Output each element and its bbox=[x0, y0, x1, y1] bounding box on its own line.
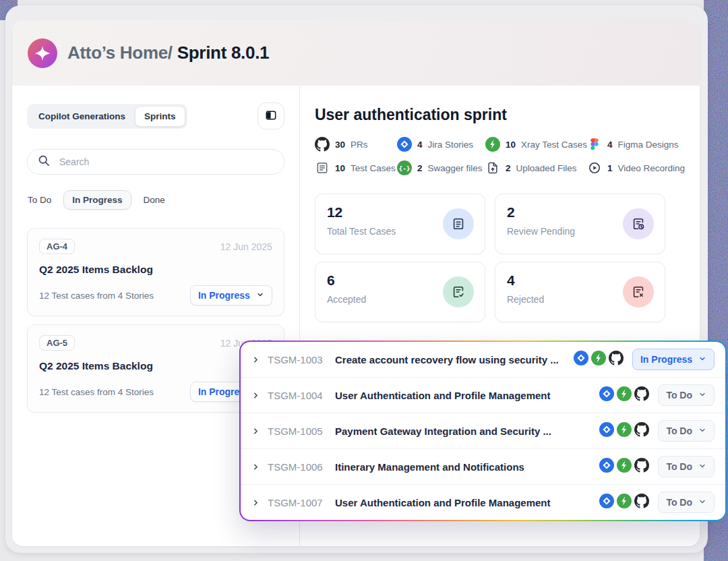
github-icon bbox=[634, 458, 649, 475]
view-switcher: Copilot Generations Sprints bbox=[27, 104, 187, 129]
sprint-card[interactable]: AG-4 12 Jun 2025 Q2 2025 Items Backlog 1… bbox=[27, 228, 284, 316]
jira-icon bbox=[574, 351, 588, 368]
xray-icon bbox=[617, 458, 632, 475]
summary-card: 6 Accepted bbox=[315, 262, 485, 322]
summary-cards: 12 Total Test Cases 2 Review Pending bbox=[315, 194, 685, 322]
screen: Atto’s Home/ Sprint 8.0.1 Copilot Genera… bbox=[0, 0, 728, 561]
view-switcher-tab[interactable]: Sprints bbox=[135, 106, 185, 127]
stat-count: 2 bbox=[417, 163, 423, 173]
status-filter-chip[interactable]: To Do bbox=[27, 190, 52, 210]
xray-icon bbox=[591, 351, 606, 368]
jira-icon bbox=[599, 422, 614, 440]
test-case-source-icons bbox=[574, 351, 624, 368]
xray-icon bbox=[617, 422, 632, 440]
test-case-source-icons bbox=[599, 386, 649, 404]
stat-count: 10 bbox=[335, 163, 345, 173]
xray-icon bbox=[617, 386, 632, 404]
test-case-row[interactable]: TSGM-1004 User Authentication and Profil… bbox=[241, 378, 725, 413]
test-case-status-label: To Do bbox=[666, 390, 692, 401]
chevron-down-icon bbox=[698, 425, 706, 436]
github-icon bbox=[634, 422, 649, 440]
chevron-down-icon bbox=[256, 290, 264, 301]
stat-label: Swagger files bbox=[427, 163, 482, 173]
stat-label: Video Recording bbox=[617, 163, 685, 173]
doc-x-icon bbox=[623, 276, 654, 307]
stat-label: PRs bbox=[351, 140, 368, 150]
chevron-right-icon[interactable] bbox=[251, 355, 260, 364]
breadcrumb-current-sprint: Sprint 8.0.1 bbox=[173, 42, 269, 63]
search-icon bbox=[37, 154, 51, 170]
breadcrumb-home: Atto’s Home/ bbox=[67, 42, 173, 63]
sprint-card-title: Q2 2025 Items Backlog bbox=[39, 264, 272, 276]
xray-icon bbox=[485, 137, 500, 152]
test-case-list-overlay: TSGM-1003 Create account recovery flow u… bbox=[239, 341, 727, 521]
sprint-stat: 1 Video Recording bbox=[587, 160, 685, 175]
doc-lines-icon bbox=[443, 208, 474, 239]
test-case-status-label: To Do bbox=[666, 497, 692, 508]
test-case-row[interactable]: TSGM-1006 Itinerary Management and Notif… bbox=[241, 449, 725, 485]
test-case-status-dropdown[interactable]: To Do bbox=[658, 420, 715, 442]
chevron-down-icon bbox=[698, 354, 706, 365]
search-bar[interactable] bbox=[27, 149, 284, 175]
test-case-status-dropdown[interactable]: To Do bbox=[658, 456, 715, 477]
test-case-title: Create account recovery flow using secur… bbox=[335, 354, 565, 365]
github-icon bbox=[634, 386, 649, 404]
jira-icon bbox=[599, 494, 614, 511]
view-switcher-tab[interactable]: Copilot Generations bbox=[29, 106, 135, 127]
sprint-id-badge: AG-4 bbox=[39, 239, 75, 254]
stat-count: 4 bbox=[607, 140, 613, 150]
test-cases-icon bbox=[315, 160, 330, 175]
chevron-right-icon[interactable] bbox=[251, 427, 260, 436]
chevron-right-icon[interactable] bbox=[251, 391, 260, 400]
sprint-stat: 10 Test Cases bbox=[315, 160, 397, 175]
chevron-right-icon[interactable] bbox=[251, 498, 260, 507]
xray-icon bbox=[617, 494, 632, 511]
summary-card: 2 Review Pending bbox=[495, 194, 665, 254]
test-case-source-icons bbox=[599, 422, 649, 440]
jira-icon bbox=[599, 386, 614, 404]
sprint-status-dropdown[interactable]: In Progress bbox=[190, 285, 272, 305]
test-case-status-label: In Progress bbox=[640, 354, 692, 365]
test-case-row[interactable]: TSGM-1005 Payment Gateway Integration an… bbox=[241, 413, 725, 449]
stat-label: Xray Test Cases bbox=[521, 140, 587, 150]
stat-label: Figma Designs bbox=[617, 140, 678, 150]
sprint-stat: 10 Xray Test Cases bbox=[485, 137, 587, 152]
status-filter-chip[interactable]: In Progress bbox=[63, 190, 131, 210]
test-case-title: Itinerary Management and Notifications bbox=[335, 461, 590, 473]
stat-count: 2 bbox=[506, 163, 511, 173]
test-case-status-dropdown[interactable]: To Do bbox=[658, 384, 715, 406]
sprint-card-subtitle: 12 Test cases from 4 Stories bbox=[39, 387, 154, 397]
sprint-stat: 4 Figma Designs bbox=[587, 137, 685, 152]
test-case-id: TSGM-1003 bbox=[268, 354, 330, 365]
page-title: Atto’s Home/ Sprint 8.0.1 bbox=[67, 42, 269, 63]
test-case-status-dropdown[interactable]: In Progress bbox=[632, 349, 715, 370]
status-filters: To Do In Progress Done bbox=[27, 190, 284, 210]
search-input[interactable] bbox=[58, 156, 274, 168]
github-icon bbox=[609, 351, 624, 368]
test-case-source-icons bbox=[599, 494, 649, 511]
sprint-status-label: In Progress bbox=[198, 290, 250, 301]
test-case-title: User Authentication and Profile Manageme… bbox=[335, 497, 590, 508]
jira-icon bbox=[397, 137, 412, 152]
svg-text:{-}: {-} bbox=[398, 165, 410, 172]
sprint-stat: 2 Uploaded Files bbox=[485, 160, 587, 175]
test-case-status-dropdown[interactable]: To Do bbox=[658, 492, 715, 513]
github-icon bbox=[634, 494, 649, 511]
figma-icon bbox=[587, 137, 602, 152]
summary-card: 4 Rejected bbox=[495, 262, 665, 322]
test-case-row[interactable]: TSGM-1003 Create account recovery flow u… bbox=[241, 342, 725, 378]
jira-icon bbox=[599, 458, 614, 475]
app-header: Atto’s Home/ Sprint 8.0.1 bbox=[12, 20, 700, 86]
sprint-card-subtitle: 12 Test cases from 4 Stories bbox=[39, 291, 154, 301]
test-case-status-label: To Do bbox=[666, 461, 692, 472]
chevron-right-icon[interactable] bbox=[251, 463, 260, 471]
stat-count: 4 bbox=[417, 140, 423, 150]
collapse-panel-button[interactable] bbox=[257, 102, 284, 129]
test-case-status-label: To Do bbox=[666, 425, 692, 436]
sprint-stat: {-} 2 Swagger files bbox=[397, 160, 485, 175]
test-case-id: TSGM-1004 bbox=[268, 390, 330, 401]
test-case-source-icons bbox=[599, 458, 649, 475]
doc-check-icon bbox=[443, 276, 474, 307]
test-case-row[interactable]: TSGM-1007 User Authentication and Profil… bbox=[241, 485, 725, 520]
status-filter-chip[interactable]: Done bbox=[143, 190, 166, 210]
